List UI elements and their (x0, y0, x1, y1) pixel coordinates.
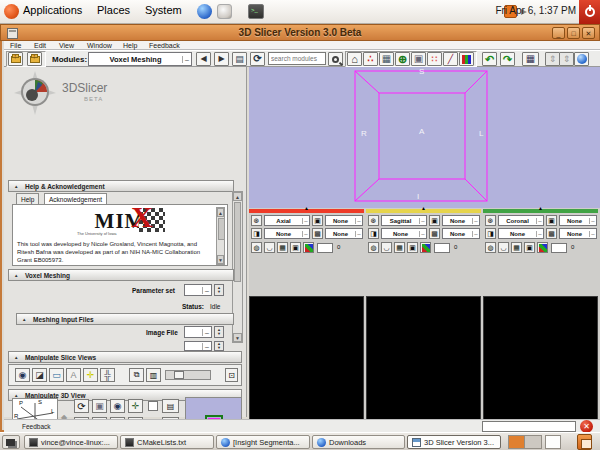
quit-button[interactable] (579, 0, 600, 24)
slice-annotation-button[interactable]: A (66, 368, 81, 382)
axial-viewport[interactable] (249, 296, 364, 432)
coronal-orientation-selector[interactable]: Coronal (498, 215, 544, 226)
coronal-color-bar[interactable]: ▲ (483, 209, 598, 213)
module-selector[interactable]: Voxel Meshing (88, 52, 192, 66)
scroll-up-icon[interactable]: ▲ (217, 208, 224, 217)
screenshot-button[interactable] (522, 52, 539, 66)
axial-orientation-selector[interactable]: Axial (264, 215, 310, 226)
search-button[interactable] (328, 52, 343, 66)
coronal-bg-selector[interactable]: None (559, 228, 597, 239)
pin-up-button[interactable] (545, 52, 560, 66)
window-titlebar[interactable]: 3D Slicer Version 3.0 Beta (0, 24, 600, 41)
menu-edit[interactable]: Edit (34, 42, 46, 49)
second-file-selector[interactable] (184, 341, 212, 351)
sagittal-orientation-selector[interactable]: Sagittal (381, 215, 427, 226)
viewport-3d[interactable]: S R A L I (249, 67, 600, 208)
image-file-selector[interactable] (184, 326, 212, 338)
parameter-set-spinner[interactable]: ▲▼ (214, 284, 224, 296)
coronal-fg-selector[interactable]: None (498, 228, 544, 239)
workspace-2[interactable] (525, 436, 541, 448)
slice-layout-button[interactable]: ⧉ (129, 368, 144, 382)
section-voxel-meshing[interactable]: Voxel Meshing (8, 269, 234, 281)
scroll-down-icon[interactable]: ▼ (233, 333, 242, 342)
volumes-button[interactable] (379, 52, 394, 66)
module-back-button[interactable] (196, 52, 211, 66)
layout-button[interactable] (574, 52, 589, 66)
link-icon[interactable]: ⊛ (251, 215, 262, 226)
slice-compare-button[interactable]: ▥ (146, 368, 161, 382)
feedback-input[interactable] (482, 421, 576, 432)
slice-visibility-button[interactable]: ◉ (15, 368, 30, 382)
spin-view-button[interactable]: ⟳ (74, 399, 89, 413)
slider-handle[interactable] (174, 371, 184, 379)
visibility-button[interactable]: ◉ (110, 399, 125, 413)
taskbar-item-terminal[interactable]: vince@vince-linux:... (24, 435, 118, 449)
menu-help[interactable]: Help (123, 42, 137, 49)
taskbar-item-cmakelists[interactable]: CMakeLists.txt (120, 435, 214, 449)
ortho-button[interactable]: ▣ (92, 399, 107, 413)
sagittal-label-selector[interactable]: None (442, 215, 480, 226)
sagittal-fg-selector[interactable]: None (381, 228, 427, 239)
scroll-thumb[interactable] (234, 202, 241, 282)
crosshair-button[interactable] (395, 52, 410, 66)
tab-help[interactable]: Help (16, 193, 39, 204)
colors-button[interactable] (459, 52, 474, 66)
offset-slider[interactable] (551, 243, 567, 253)
taskbar-item-slicer[interactable]: 3D Slicer Version 3... (407, 435, 501, 449)
terminal-launcher-icon[interactable] (248, 4, 264, 19)
places-menu[interactable]: Places (97, 4, 130, 16)
parameter-set-selector[interactable] (184, 284, 212, 296)
slice-grid-button[interactable]: ▦ (511, 242, 522, 253)
section-help-acknowledgement[interactable]: Help & Acknowledgement (8, 180, 234, 192)
workspace-1[interactable] (509, 436, 525, 448)
system-menu[interactable]: System (145, 4, 182, 16)
slice-fit-button[interactable]: ◪ (32, 368, 47, 382)
slice-fit-button[interactable]: ▣ (290, 242, 301, 253)
undo-button[interactable] (482, 52, 497, 66)
ubuntu-logo-icon[interactable] (4, 4, 19, 19)
module-forward-button[interactable] (214, 52, 229, 66)
applet-button[interactable] (545, 435, 561, 449)
foreground-icon[interactable]: ◨ (485, 228, 496, 239)
slice-fit-button[interactable]: ▣ (524, 242, 535, 253)
menu-feedback[interactable]: Feedback (149, 42, 180, 49)
slice-link-button[interactable]: ◍ (251, 242, 262, 253)
spin-checkbox[interactable] (148, 401, 158, 411)
firefox-launcher-icon[interactable] (197, 4, 212, 19)
help-launcher-icon[interactable] (217, 4, 232, 19)
scroll-up-icon[interactable]: ▲ (233, 192, 242, 201)
background-icon[interactable]: ▩ (429, 228, 440, 239)
label-layer-icon[interactable]: ▣ (429, 215, 440, 226)
link-icon[interactable]: ⊛ (485, 215, 496, 226)
close-button[interactable] (582, 27, 595, 39)
workspace-switcher[interactable] (508, 435, 542, 449)
slice-fit-button[interactable]: ▣ (407, 242, 418, 253)
slice-more-button[interactable]: ⊡ (225, 368, 238, 382)
slice-grid-button[interactable]: ▦ (277, 242, 288, 253)
window-list-button[interactable] (2, 435, 20, 449)
taskbar-item-downloads[interactable]: Downloads (312, 435, 405, 449)
section-manipulate-slice-views[interactable]: Manipulate Slice Views (8, 351, 242, 363)
slice-label-colors-button[interactable] (420, 242, 431, 253)
coronal-viewport[interactable] (483, 296, 598, 432)
applications-menu[interactable]: Applications (23, 4, 82, 16)
clock[interactable]: Fri Apr 6, 1:37 PM (495, 5, 576, 16)
tab-acknowledgement[interactable]: Acknowledgement (44, 193, 107, 204)
slice-label-colors-button[interactable] (303, 242, 314, 253)
home-module-button[interactable] (347, 52, 362, 66)
models-button[interactable] (411, 52, 426, 66)
offset-slider[interactable] (434, 243, 450, 253)
coronal-label-selector[interactable]: None (559, 215, 597, 226)
label-layer-icon[interactable]: ▣ (312, 215, 323, 226)
menu-file[interactable]: File (10, 42, 21, 49)
pin-down-button[interactable] (559, 52, 574, 66)
trash-icon[interactable] (577, 434, 592, 450)
slice-grid-button[interactable]: ╬ (100, 368, 115, 382)
section-meshing-input-files[interactable]: Meshing Input Files (16, 313, 234, 325)
minimize-button[interactable] (552, 27, 565, 39)
image-file-spinner[interactable]: ▲▼ (214, 326, 224, 338)
search-modules-input[interactable] (268, 52, 326, 65)
redo-button[interactable] (500, 52, 515, 66)
axial-fg-selector[interactable]: None (264, 228, 310, 239)
slice-screen-button[interactable]: ▭ (49, 368, 64, 382)
